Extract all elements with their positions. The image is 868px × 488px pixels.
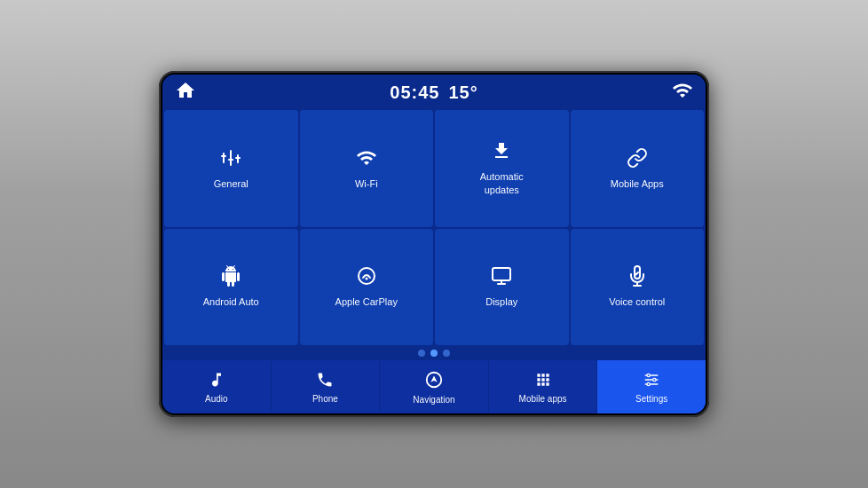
audio-nav-icon (208, 371, 225, 391)
bottom-navigation: Audio Phone (162, 360, 706, 413)
grid-item-mobile-apps[interactable]: Mobile Apps (571, 110, 705, 227)
svg-rect-4 (228, 159, 233, 161)
grid-item-android-auto[interactable]: Android Auto (164, 229, 298, 346)
grid-item-auto-updates[interactable]: Automaticupdates (435, 110, 569, 227)
general-label: General (214, 177, 249, 190)
svg-point-20 (647, 382, 650, 385)
settings-nav-icon (643, 371, 660, 391)
grid-item-general[interactable]: General (164, 110, 298, 227)
carplay-icon (356, 265, 377, 290)
navigation-nav-label: Navigation (413, 395, 454, 405)
voice-control-label: Voice control (609, 295, 665, 308)
android-auto-label: Android Auto (203, 295, 259, 308)
voice-icon (627, 265, 648, 290)
settings-grid: General Wi-Fi (162, 108, 706, 345)
download-icon (491, 140, 512, 165)
page-dots (162, 345, 706, 360)
nav-item-mobile-apps[interactable]: Mobile apps (489, 360, 598, 413)
svg-rect-0 (223, 153, 225, 163)
infotainment-screen: 05:45 15° (162, 75, 706, 413)
svg-rect-5 (235, 157, 241, 159)
svg-marker-14 (430, 375, 437, 382)
time-display: 05:45 (390, 83, 439, 103)
sliders-icon (220, 147, 241, 172)
grid-item-voice[interactable]: Voice control (571, 229, 705, 346)
display-label: Display (485, 295, 517, 308)
phone-nav-icon (316, 371, 334, 391)
mobile-apps-nav-icon (534, 371, 552, 391)
svg-point-18 (647, 374, 650, 376)
audio-nav-label: Audio (205, 394, 228, 404)
display-icon (491, 265, 512, 290)
svg-rect-3 (221, 155, 226, 157)
wifi-label: Wi-Fi (355, 177, 378, 190)
dot-1[interactable] (418, 350, 425, 357)
phone-nav-label: Phone (312, 394, 338, 404)
svg-rect-1 (230, 150, 232, 166)
auto-updates-label: Automaticupdates (480, 170, 524, 196)
temperature-display: 15° (448, 83, 477, 103)
settings-nav-label: Settings (635, 394, 667, 404)
top-bar: 05:45 15° (162, 75, 706, 108)
mobile-apps-nav-label: Mobile apps (519, 394, 567, 404)
dashboard-background: 05:45 15° (0, 0, 868, 488)
navigation-nav-icon (424, 370, 444, 392)
grid-item-carplay[interactable]: Apple CarPlay (300, 229, 434, 346)
dot-3[interactable] (443, 350, 450, 357)
mobile-apps-label: Mobile Apps (611, 177, 664, 190)
home-icon[interactable] (175, 80, 196, 105)
nav-item-audio[interactable]: Audio (162, 360, 272, 413)
android-icon (220, 265, 241, 290)
svg-point-19 (653, 378, 656, 381)
nav-item-navigation[interactable]: Navigation (380, 360, 489, 413)
grid-item-display[interactable]: Display (435, 229, 569, 346)
nav-item-phone[interactable]: Phone (272, 360, 381, 413)
screen-bezel: 05:45 15° (159, 71, 709, 417)
svg-rect-8 (493, 268, 510, 280)
wifi-status-icon (672, 80, 693, 105)
svg-point-7 (365, 278, 367, 280)
grid-item-wifi[interactable]: Wi-Fi (300, 110, 434, 227)
dot-2[interactable] (430, 350, 438, 357)
time-temperature: 05:45 15° (390, 83, 477, 103)
carplay-label: Apple CarPlay (335, 295, 398, 308)
wifi-icon (356, 147, 377, 172)
link-icon (627, 147, 648, 172)
nav-item-settings[interactable]: Settings (597, 360, 706, 413)
